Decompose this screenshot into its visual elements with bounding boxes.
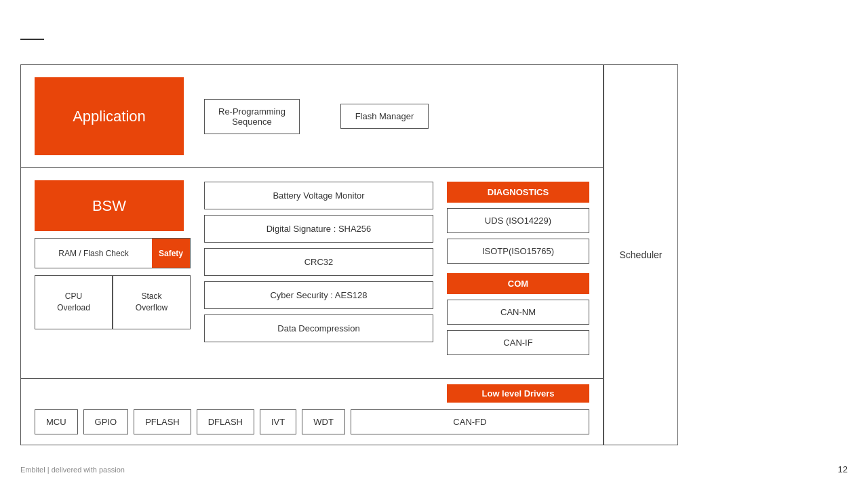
top-line <box>20 39 44 40</box>
cpu-overload-box: CPUOverload <box>35 275 113 329</box>
application-label: Application <box>73 108 146 125</box>
diagram-wrapper: Application Re-Programming Sequence Flas… <box>20 64 678 445</box>
safety-badge: Safety <box>152 239 190 268</box>
flash-manager-box: Flash Manager <box>340 104 429 129</box>
diagnostics-badge: DIAGNOSTICS <box>447 182 589 203</box>
reprog-line1: Re-Programming <box>218 106 285 117</box>
stack-overflow-label: StackOverflow <box>136 291 167 314</box>
cpu-stack-row: CPUOverload StackOverflow <box>35 275 191 329</box>
cyber-security-label: Cyber Security : AES128 <box>270 290 367 300</box>
lld-badge: Low level Drivers <box>447 384 589 403</box>
can-nm-box: CAN-NM <box>447 300 589 325</box>
wdt-box: WDT <box>302 409 345 434</box>
mcu-box: MCU <box>35 409 78 434</box>
crc32-box: CRC32 <box>204 248 433 276</box>
scheduler-box: Scheduler <box>604 64 678 445</box>
com-badge: COM <box>447 273 589 294</box>
bsw-orange-box: BSW <box>35 180 184 231</box>
bsw-left-column: BSW RAM / Flash Check Safety CPUOverload… <box>35 180 191 366</box>
digital-signature-label: Digital Signature : SHA256 <box>267 224 372 234</box>
bsw-label: BSW <box>92 197 126 215</box>
battery-voltage-label: Battery Voltage Monitor <box>273 190 364 201</box>
bsw-middle-column: Battery Voltage Monitor Digital Signatur… <box>204 180 433 366</box>
uds-box: UDS (ISO14229) <box>447 208 589 233</box>
footer: Embitel | delivered with passion 12 <box>20 464 848 474</box>
dflash-box: DFLASH <box>197 409 254 434</box>
isotp-box: ISOTP(ISO15765) <box>447 239 589 264</box>
footer-left-text: Embitel | delivered with passion <box>20 466 125 474</box>
battery-voltage-box: Battery Voltage Monitor <box>204 182 433 209</box>
page-container: Application Re-Programming Sequence Flas… <box>0 0 868 488</box>
flash-manager-label: Flash Manager <box>355 111 414 121</box>
application-boxes: Re-Programming Sequence Flash Manager <box>204 99 589 134</box>
reprog-line2: Sequence <box>232 117 272 127</box>
application-orange-box: Application <box>35 77 184 155</box>
can-if-box: CAN-IF <box>447 330 589 355</box>
crc32-label: CRC32 <box>304 257 334 267</box>
left-main-box: Application Re-Programming Sequence Flas… <box>20 64 604 445</box>
pflash-box: PFLASH <box>134 409 191 434</box>
can-fd-box: CAN-FD <box>351 409 589 434</box>
bsw-section: BSW RAM / Flash Check Safety CPUOverload… <box>21 168 603 378</box>
lld-section: Low level Drivers MCU GPIO PFLASH DFLASH… <box>21 378 603 445</box>
stack-overflow-box: StackOverflow <box>113 275 191 329</box>
cyber-security-box: Cyber Security : AES128 <box>204 281 433 309</box>
scheduler-label: Scheduler <box>619 249 662 260</box>
data-decompression-box: Data Decompression <box>204 314 433 342</box>
cpu-overload-label: CPUOverload <box>57 291 90 314</box>
reprogramming-sequence-box: Re-Programming Sequence <box>204 99 300 134</box>
gpio-box: GPIO <box>83 409 129 434</box>
ram-flash-check-label: RAM / Flash Check <box>35 239 152 268</box>
ram-flash-safety-row: RAM / Flash Check Safety <box>35 238 191 268</box>
digital-signature-box: Digital Signature : SHA256 <box>204 215 433 243</box>
application-section: Application Re-Programming Sequence Flas… <box>21 65 603 168</box>
data-decompression-label: Data Decompression <box>277 323 359 333</box>
bsw-right-column: DIAGNOSTICS UDS (ISO14229) ISOTP(ISO1576… <box>447 180 589 366</box>
page-number: 12 <box>838 464 848 474</box>
lld-items: MCU GPIO PFLASH DFLASH IVT WDT CAN-FD <box>35 409 589 434</box>
ivt-box: IVT <box>260 409 296 434</box>
